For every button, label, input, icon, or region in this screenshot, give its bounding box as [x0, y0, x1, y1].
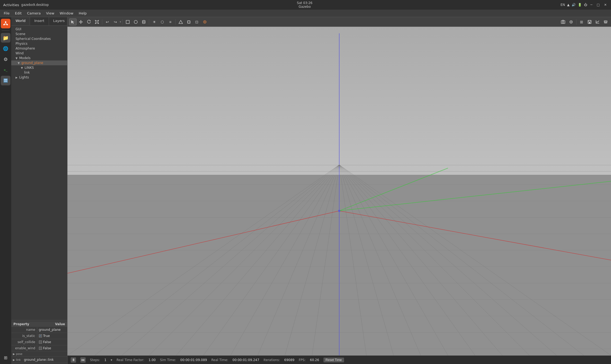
tool-translate[interactable] [77, 18, 85, 25]
tool-plugin[interactable] [201, 18, 209, 25]
tree-item-link[interactable]: link [11, 70, 67, 75]
tree-item-physics[interactable]: Physics [11, 41, 67, 46]
tool-logging[interactable] [567, 18, 575, 25]
svg-line-58 [95, 165, 340, 355]
tool-layers[interactable] [602, 18, 609, 25]
tray-power[interactable]: ⏻ [584, 3, 587, 7]
svg-point-24 [134, 20, 137, 24]
svg-line-61 [176, 165, 339, 355]
tree-item-wind[interactable]: Wind [11, 51, 67, 56]
menu-window[interactable]: Window [57, 11, 76, 16]
tree-item-links[interactable]: ▼ LINKS [11, 65, 67, 70]
prop-checkbox-self-collide[interactable] [39, 340, 42, 344]
menu-view[interactable]: View [43, 11, 57, 16]
fps-label: FPS: [299, 358, 306, 362]
tool-screenshot[interactable] [559, 18, 567, 25]
toolbar-sep-2 [122, 19, 123, 25]
svg-line-63 [231, 165, 339, 355]
tool-dir-light[interactable]: ≡ [167, 18, 174, 25]
dock-icon-settings[interactable]: ⚙ [1, 54, 10, 64]
step-arrow[interactable]: ▾ [111, 358, 112, 362]
prop-checkbox-enable-wind[interactable] [39, 347, 42, 350]
prop-row-pose[interactable]: ▶ pose [11, 351, 67, 357]
window-maximize[interactable]: □ [596, 3, 601, 7]
tool-camera-ortho[interactable]: ⊞ [578, 18, 585, 25]
svg-line-81 [339, 168, 448, 211]
tree-item-scene[interactable]: Scene [11, 32, 67, 36]
prop-checkbox-is-static[interactable]: ✓ [39, 334, 42, 338]
tool-scale[interactable] [93, 18, 101, 25]
left-dock: 📁 🌐 ⚙ >_ ⊞ [0, 17, 11, 364]
system-bar-left: Activities gazebo9.desktop [3, 3, 49, 7]
prop-row-self-collide[interactable]: self_collide False [11, 339, 67, 345]
tool-terrain[interactable] [177, 18, 184, 25]
tool-redo[interactable]: ↪ [112, 18, 119, 25]
dock-apps-button[interactable]: ⊞ [1, 353, 10, 362]
tray-area: EN ▲ 🔊 🔋 ⏻ ─ □ ✕ [561, 3, 608, 7]
dock-icon-browser[interactable]: 🌐 [1, 44, 10, 53]
svg-line-66 [312, 165, 340, 355]
tool-rotate[interactable] [85, 18, 93, 25]
menu-help[interactable]: Help [76, 11, 89, 16]
prop-expand-pose[interactable]: ▶ pose [11, 352, 24, 356]
tool-sphere[interactable] [132, 18, 139, 25]
tree-item-ground-plane[interactable]: ▼ ground_plane [11, 60, 67, 65]
tree-item-atmosphere[interactable]: Atmosphere [11, 46, 67, 51]
tree-label-link: link [24, 71, 30, 74]
svg-rect-41 [589, 22, 590, 24]
tool-point-light[interactable]: ☀ [150, 18, 158, 25]
grid-overlay [67, 27, 611, 355]
window-minimize[interactable]: ─ [589, 3, 593, 7]
tool-spot-light[interactable]: ⬡ [159, 18, 166, 25]
prop-value-is-static: ✓ True [37, 333, 67, 338]
tool-box[interactable] [124, 18, 131, 25]
dock-separator [2, 31, 10, 31]
dock-icon-ubuntu[interactable] [1, 19, 10, 28]
prop-arrow-pose: ▶ [13, 352, 15, 355]
svg-rect-20 [98, 20, 99, 21]
tool-save[interactable] [586, 18, 593, 25]
svg-line-59 [122, 165, 339, 355]
menu-camera[interactable]: Camera [24, 11, 43, 16]
tool-model-editor[interactable]: ⊡ [193, 18, 201, 25]
tab-world[interactable]: World [11, 17, 30, 25]
real-time-label: Real Time: [211, 358, 228, 362]
svg-point-25 [142, 20, 145, 21]
tree-item-lights[interactable]: ▶ Lights [11, 75, 67, 80]
menu-bar: File Edit Camera View Window Help [0, 10, 611, 17]
window-close[interactable]: ✕ [603, 3, 608, 7]
tree-area: GUI Scene Spherical Coordinates Physics … [11, 26, 67, 320]
menu-edit[interactable]: Edit [12, 11, 24, 16]
sim-time-value: 00:00:01:09.089 [180, 358, 207, 362]
prop-row-link[interactable]: ▶ link ground_plane::link [11, 357, 67, 363]
svg-line-67 [339, 165, 367, 355]
viewport-3d[interactable] [67, 27, 611, 355]
pause-button[interactable]: ⏸ [71, 357, 76, 363]
prop-expand-link[interactable]: ▶ link [11, 357, 22, 362]
svg-rect-23 [126, 20, 129, 24]
prop-col-value: Value [55, 322, 65, 326]
tool-cylinder[interactable] [140, 18, 148, 25]
reset-time-button[interactable]: Reset Time [323, 358, 344, 362]
activities-button[interactable]: Activities [3, 3, 19, 7]
tree-label-lights: Lights [19, 75, 29, 79]
tool-undo[interactable]: ↩ [104, 18, 111, 25]
dock-icon-layers[interactable] [1, 76, 10, 85]
tree-item-models[interactable]: ▼ Models [11, 56, 67, 60]
prop-row-enable-wind[interactable]: enable_wind False [11, 345, 67, 351]
tool-select[interactable] [69, 18, 77, 25]
tree-arrow-ground-plane: ▼ [18, 62, 20, 65]
tool-graph[interactable] [594, 18, 601, 25]
menu-file[interactable]: File [1, 11, 12, 16]
tool-copy[interactable] [185, 18, 193, 25]
prop-row-is-static[interactable]: is_static ✓ True [11, 333, 67, 339]
svg-line-74 [339, 165, 557, 355]
step-forward-button[interactable]: ⏭ [80, 357, 86, 363]
dock-icon-terminal[interactable]: >_ [1, 65, 10, 75]
prop-row-name[interactable]: name ground_plane [11, 327, 67, 333]
dock-icon-files[interactable]: 📁 [1, 33, 10, 43]
tree-item-gui[interactable]: GUI [11, 27, 67, 32]
tree-item-spherical[interactable]: Spherical Coordinates [11, 36, 67, 41]
tab-insert[interactable]: Insert [30, 17, 49, 25]
tab-layers[interactable]: Layers [49, 17, 69, 25]
